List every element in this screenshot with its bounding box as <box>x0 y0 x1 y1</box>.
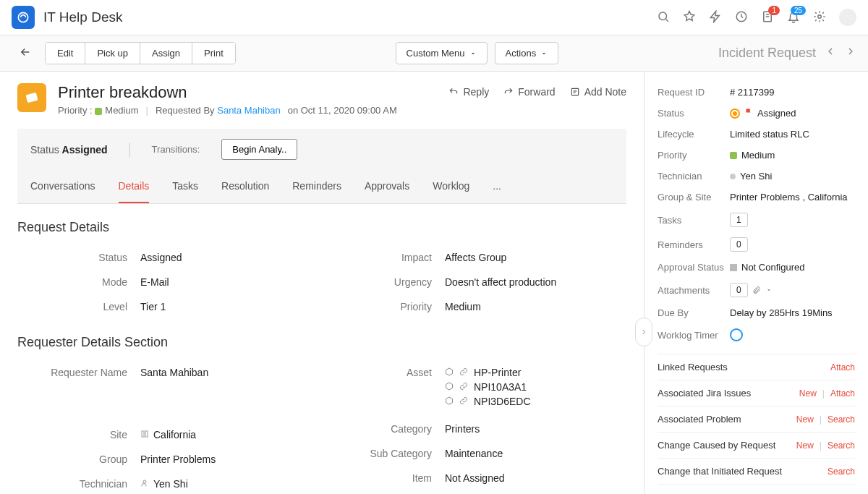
status-dot-icon <box>730 108 740 119</box>
change-init-label: Change that Initiated Request <box>658 466 782 477</box>
reply-button[interactable]: Reply <box>448 86 489 98</box>
detail-impact: Affects Group <box>445 252 626 263</box>
side-request-id: # 2117399 <box>730 87 855 98</box>
side-lifecycle: Limited status RLC <box>730 129 855 140</box>
pickup-button[interactable]: Pick up <box>85 43 140 64</box>
svg-point-3 <box>818 14 822 18</box>
tab-reminders[interactable]: Reminders <box>292 170 341 203</box>
asset-list: HP-Printer NPI10A3A1 NPI3D6EDC <box>445 367 626 410</box>
tab-conversations[interactable]: Conversations <box>30 170 95 203</box>
problem-new-button[interactable]: New <box>796 414 814 425</box>
breadcrumb: Incident Request <box>718 46 816 61</box>
pin-icon[interactable] <box>683 10 696 25</box>
back-button[interactable] <box>12 41 39 65</box>
requester-details-heading: Requester Details Section <box>17 335 626 350</box>
side-technician: Yen Shi <box>730 171 855 182</box>
side-priority: Medium <box>730 150 855 161</box>
requester-link[interactable]: Santa Mahiban <box>217 105 280 116</box>
forward-button[interactable]: Forward <box>503 86 555 98</box>
svg-point-7 <box>143 480 146 483</box>
app-title: IT Help Desk <box>43 9 122 25</box>
chevron-down-icon <box>765 286 773 294</box>
side-approval: Not Configured <box>730 262 855 273</box>
side-due-by: Delay by 285Hrs 19Mins <box>730 307 855 318</box>
flag-icon <box>744 108 753 119</box>
svg-rect-4 <box>25 93 38 103</box>
edit-button[interactable]: Edit <box>46 43 85 64</box>
jira-new-button[interactable]: New <box>799 388 817 399</box>
notes-badge: 1 <box>768 6 780 15</box>
collapse-sidebar-button[interactable] <box>635 318 652 346</box>
change-caused-label: Change Caused by Request <box>658 440 775 451</box>
requester-name: Santa Mahiban <box>140 367 322 378</box>
sub-category: Maintenance <box>445 448 626 459</box>
notes-icon[interactable]: 1 <box>761 10 774 25</box>
item: Not Assigned <box>445 472 626 484</box>
status-display: Status Assigned <box>30 144 108 156</box>
side-reminders-count[interactable]: 0 <box>730 237 748 252</box>
change-init-search-button[interactable]: Search <box>827 467 855 477</box>
link-icon <box>459 367 468 378</box>
tab-details[interactable]: Details <box>119 170 150 203</box>
svg-rect-5 <box>571 88 578 95</box>
svg-point-0 <box>18 12 27 22</box>
detail-priority: Medium <box>445 301 626 312</box>
search-icon[interactable] <box>657 10 670 25</box>
next-request-button[interactable] <box>845 46 856 61</box>
jira-attach-button[interactable]: Attach <box>830 388 855 399</box>
ticket-type-icon <box>17 83 46 112</box>
requested-by: Requested By Santa Mahiban <box>156 105 281 116</box>
bell-badge: 25 <box>791 6 806 15</box>
change-caused-new-button[interactable]: New <box>796 440 814 451</box>
tab-approvals[interactable]: Approvals <box>365 170 409 203</box>
jira-issues-label: Associated Jira Issues <box>658 388 751 399</box>
tab-more[interactable]: ... <box>493 170 501 203</box>
requested-on: on Oct 11, 2020 09:00 AM <box>288 105 397 116</box>
requester-site: California <box>140 429 322 440</box>
requester-group: Printer Problems <box>140 453 322 465</box>
tab-resolution[interactable]: Resolution <box>221 170 269 203</box>
history-icon[interactable] <box>735 10 748 25</box>
problem-label: Associated Problem <box>658 414 741 425</box>
ticket-title: Printer breakdown <box>58 83 437 102</box>
bell-icon[interactable]: 25 <box>787 10 800 25</box>
tab-tasks[interactable]: Tasks <box>172 170 198 203</box>
prev-request-button[interactable] <box>825 46 836 61</box>
gear-icon[interactable] <box>813 10 826 25</box>
side-attachments[interactable]: 0 <box>730 283 855 297</box>
transitions-label: Transitions: <box>152 144 200 155</box>
requester-technician: Yen Shi <box>140 478 322 490</box>
paperclip-icon <box>752 286 761 294</box>
request-details-heading: Request Details <box>17 220 626 235</box>
bolt-icon[interactable] <box>709 10 722 25</box>
tab-worklog[interactable]: Worklog <box>433 170 469 203</box>
print-button[interactable]: Print <box>192 43 235 64</box>
problem-search-button[interactable]: Search <box>827 414 855 425</box>
custom-menu-dropdown[interactable]: Custom Menu <box>396 42 488 64</box>
category: Printers <box>445 423 626 435</box>
assign-button[interactable]: Assign <box>140 43 192 64</box>
detail-mode: E-Mail <box>140 276 322 288</box>
avatar[interactable] <box>839 9 856 26</box>
priority-label: Priority : Medium <box>58 105 139 116</box>
change-caused-search-button[interactable]: Search <box>827 440 855 451</box>
svg-point-1 <box>659 12 667 20</box>
side-tasks-count[interactable]: 1 <box>730 213 748 227</box>
add-note-button[interactable]: Add Note <box>570 86 626 98</box>
detail-status: Assigned <box>140 252 322 263</box>
linked-requests-label: Linked Requests <box>658 362 728 372</box>
begin-analysis-button[interactable]: Begin Analy.. <box>221 139 297 160</box>
cube-icon <box>445 367 454 378</box>
actions-dropdown[interactable]: Actions <box>495 42 559 64</box>
app-logo-icon <box>12 6 35 29</box>
detail-urgency: Doesn't affect production <box>445 276 626 288</box>
timer-icon[interactable] <box>730 328 743 341</box>
side-group-site: Printer Problems , California <box>730 192 855 203</box>
linked-attach-button[interactable]: Attach <box>830 362 855 372</box>
detail-level: Tier 1 <box>140 301 322 312</box>
side-status: Assigned <box>730 108 855 119</box>
